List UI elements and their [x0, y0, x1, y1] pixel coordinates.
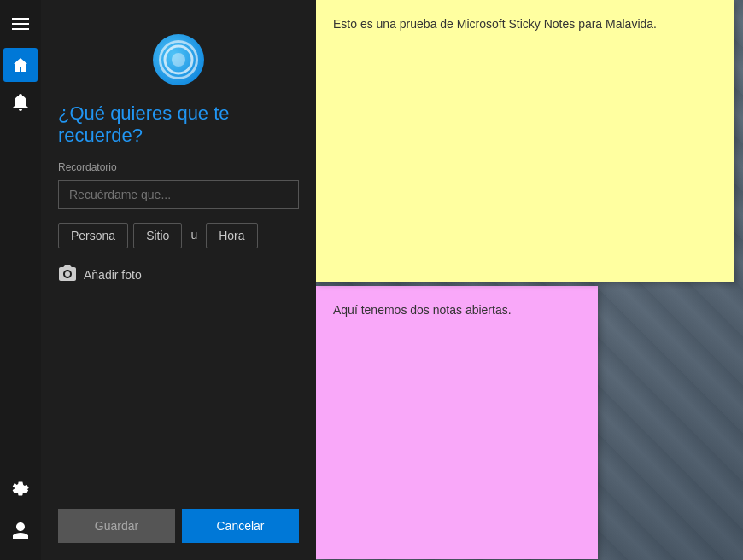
- tag-persona[interactable]: Persona: [58, 223, 128, 248]
- save-button[interactable]: Guardar: [58, 509, 175, 543]
- user-button[interactable]: [3, 514, 38, 548]
- add-photo-button[interactable]: Añadir foto: [58, 265, 299, 285]
- settings-button[interactable]: [3, 473, 38, 507]
- reminder-tags: Persona Sitio u Hora: [58, 223, 299, 248]
- pink-note-text: Aquí tenemos dos notas abiertas.: [333, 303, 581, 317]
- sticky-note-yellow[interactable]: Esto es una prueba de Microsoft Sticky N…: [316, 0, 734, 282]
- add-photo-label: Añadir foto: [84, 268, 142, 282]
- camera-icon: [58, 265, 77, 285]
- tag-separator-1: u: [187, 223, 201, 248]
- reminder-input[interactable]: [58, 180, 299, 209]
- svg-point-0: [165, 46, 192, 73]
- home-button[interactable]: [3, 48, 38, 82]
- cortana-panel: ¿Qué quieres que te recuerde? Recordator…: [41, 0, 316, 560]
- cortana-logo: [153, 34, 204, 85]
- cortana-question: ¿Qué quieres que te recuerde?: [58, 102, 299, 148]
- sticky-note-pink[interactable]: Aquí tenemos dos notas abiertas.: [316, 286, 598, 559]
- taskbar: [0, 0, 41, 560]
- menu-button[interactable]: [3, 7, 38, 41]
- cortana-actions: Guardar Cancelar: [58, 509, 299, 543]
- svg-point-2: [65, 271, 70, 277]
- yellow-note-text: Esto es una prueba de Microsoft Sticky N…: [333, 17, 717, 31]
- tag-sitio[interactable]: Sitio: [133, 223, 182, 248]
- cancel-button[interactable]: Cancelar: [182, 509, 299, 543]
- taskbar-bottom: [3, 473, 38, 560]
- notifications-button[interactable]: [3, 85, 38, 120]
- tag-hora[interactable]: Hora: [206, 223, 257, 248]
- svg-point-1: [172, 53, 185, 67]
- recordatorio-label: Recordatorio: [58, 161, 299, 173]
